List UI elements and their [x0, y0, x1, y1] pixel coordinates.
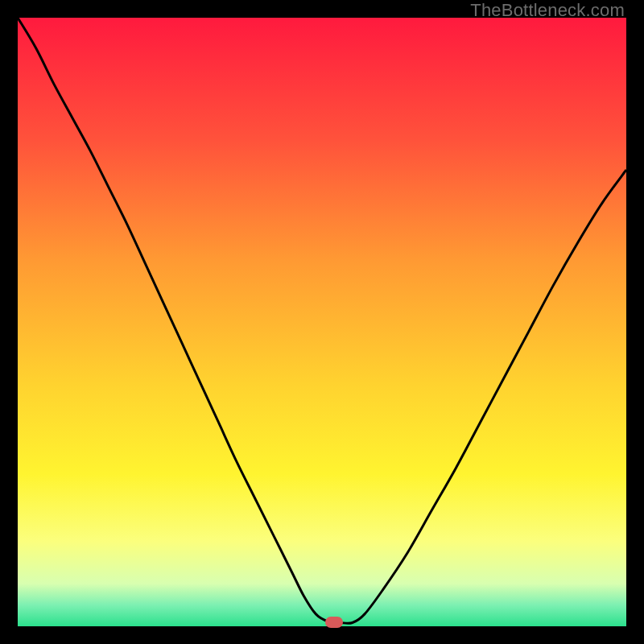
watermark-text: TheBottleneck.com	[470, 0, 625, 21]
chart-frame	[18, 18, 626, 626]
optimal-point-marker	[325, 617, 343, 628]
bottleneck-chart	[18, 18, 626, 626]
